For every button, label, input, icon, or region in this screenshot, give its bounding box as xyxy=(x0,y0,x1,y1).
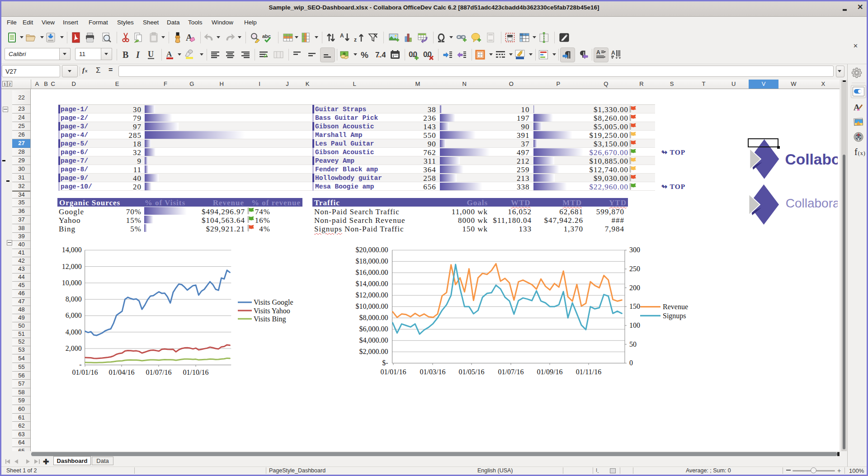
svg-text:4,000: 4,000 xyxy=(66,328,82,336)
svg-text:Visits Bing: Visits Bing xyxy=(254,315,286,323)
svg-text:2,000: 2,000 xyxy=(66,344,82,352)
svg-text:200: 200 xyxy=(629,284,640,292)
svg-text:01/07/16: 01/07/16 xyxy=(146,368,172,376)
svg-text:I: I xyxy=(136,50,140,60)
svg-text:Collabora: Collabora xyxy=(785,151,838,168)
svg-text:B: B xyxy=(123,50,128,60)
svg-text:A: A xyxy=(166,50,172,58)
svg-text:Collabora: Collabora xyxy=(786,196,838,210)
svg-text:01/10/16: 01/10/16 xyxy=(183,368,209,376)
svg-text:$20,000.00: $20,000.00 xyxy=(356,246,388,254)
svg-text:50: 50 xyxy=(629,340,637,348)
svg-text:01/03/16: 01/03/16 xyxy=(420,368,446,376)
svg-text:$14,000.00: $14,000.00 xyxy=(356,280,388,287)
svg-text:8,000: 8,000 xyxy=(66,295,82,303)
svg-text:100: 100 xyxy=(629,321,640,329)
svg-text:Revenue: Revenue xyxy=(663,303,688,311)
svg-text:300: 300 xyxy=(629,246,640,254)
svg-text:Visits Yahoo: Visits Yahoo xyxy=(254,307,290,315)
svg-text:14,000: 14,000 xyxy=(62,246,82,254)
svg-text:$-: $- xyxy=(382,359,388,367)
svg-text:$18,000.00: $18,000.00 xyxy=(356,257,388,265)
svg-text:10,000: 10,000 xyxy=(62,279,82,287)
svg-text:Signups: Signups xyxy=(663,312,686,320)
svg-text:$4,000.00: $4,000.00 xyxy=(359,336,388,344)
svg-text:$8,000.00: $8,000.00 xyxy=(359,314,388,321)
svg-text:$16,000.00: $16,000.00 xyxy=(356,269,388,276)
svg-text:01/07/16: 01/07/16 xyxy=(498,368,524,376)
svg-text:$10,000.00: $10,000.00 xyxy=(356,302,388,310)
svg-text:-: - xyxy=(79,361,81,368)
svg-text:12,000: 12,000 xyxy=(62,263,82,270)
svg-text:$2,000.00: $2,000.00 xyxy=(359,348,388,355)
svg-text:7.4: 7.4 xyxy=(375,51,386,59)
svg-text:A: A xyxy=(611,50,615,56)
svg-text:%: % xyxy=(361,50,368,60)
svg-text:A: A xyxy=(340,33,344,39)
svg-text:150: 150 xyxy=(629,302,640,310)
svg-text:01/05/16: 01/05/16 xyxy=(459,368,485,376)
svg-text:01/11/16: 01/11/16 xyxy=(576,368,601,376)
svg-text:6,000: 6,000 xyxy=(66,311,82,319)
svg-text:250: 250 xyxy=(629,265,640,273)
svg-text:01/09/16: 01/09/16 xyxy=(537,368,563,376)
svg-text:$6,000.00: $6,000.00 xyxy=(359,325,388,333)
svg-text:Visits Google: Visits Google xyxy=(254,298,293,306)
svg-text:01/01/16: 01/01/16 xyxy=(381,368,406,376)
svg-text:$12,000.00: $12,000.00 xyxy=(356,291,388,299)
svg-text:0: 0 xyxy=(629,359,633,367)
svg-text:U: U xyxy=(148,50,154,59)
svg-text:A: A xyxy=(596,49,600,56)
svg-text:01/04/16: 01/04/16 xyxy=(109,368,135,376)
svg-text:A: A xyxy=(854,103,860,112)
svg-text:01/01/16: 01/01/16 xyxy=(72,368,98,376)
svg-text:z: z xyxy=(354,37,357,43)
